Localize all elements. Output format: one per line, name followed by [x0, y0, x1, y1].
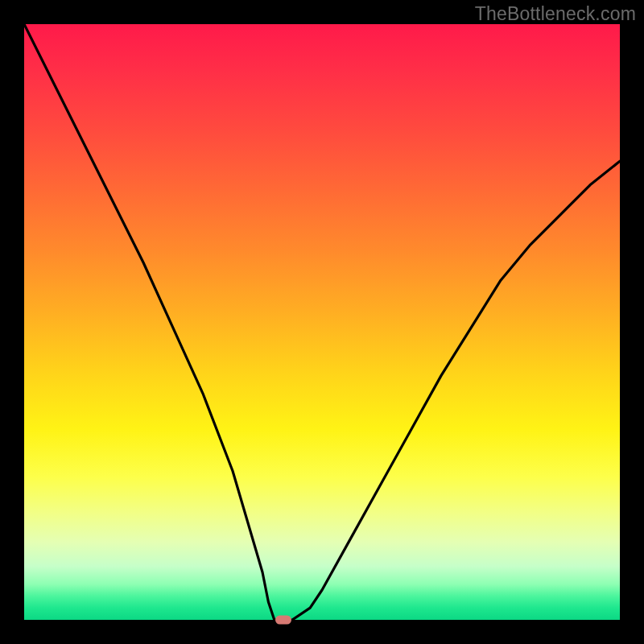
- optimum-marker: [275, 616, 291, 625]
- bottleneck-curve: [24, 24, 620, 620]
- watermark-text: TheBottleneck.com: [475, 3, 636, 25]
- curve-path: [24, 24, 620, 620]
- chart-frame: TheBottleneck.com: [0, 0, 644, 644]
- plot-area: [24, 24, 620, 620]
